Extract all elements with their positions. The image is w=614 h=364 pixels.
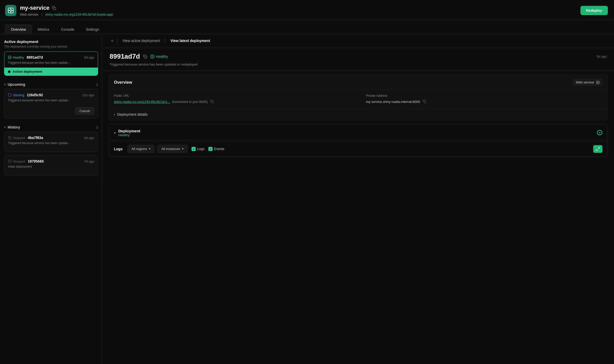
public-url-value[interactable]: shiny-nadia-my-org1234-85c3b7af.k... [114, 100, 170, 104]
upcoming-section: ▾ Upcoming 1 Starting 126d5c92 31s ago T… [4, 79, 98, 119]
deployment-time-ago: 5d ago [597, 55, 607, 58]
history-id-0: 4ba7f83a [28, 136, 43, 140]
history-trigger-1: Initial deployment [8, 165, 94, 168]
svg-point-16 [597, 82, 598, 83]
expand-details-icon: › [114, 112, 115, 116]
overview-body: Public URL shiny-nadia-my-org1234-85c3b7… [109, 90, 608, 109]
deployment-section-title: Deployment [118, 129, 140, 133]
overview-title: Overview [114, 80, 132, 85]
service-icon [5, 5, 16, 16]
active-deploy-id: 8991ad7d [27, 55, 43, 59]
deployment-collapse-icon[interactable]: ▾ [114, 131, 116, 135]
main-layout: Active deployment The deployment current… [0, 34, 614, 364]
history-item-1[interactable]: Stopped 19795665 7d ago Initial deployme… [4, 155, 98, 175]
tab-console[interactable]: Console [55, 25, 80, 34]
history-status-1: Stopped [8, 159, 25, 163]
web-service-badge: Web service [573, 79, 602, 85]
svg-point-8 [8, 93, 11, 97]
active-dot [8, 70, 10, 73]
history-status-0: Stopped [8, 136, 25, 140]
active-deploy-trigger: Triggered because service has been updat… [8, 61, 94, 65]
logs-label: Logs [114, 147, 122, 151]
app-header: my-service Web service | shiny-nadia-my-… [0, 0, 614, 20]
deployment-status-section: ▾ Deployment Healthy Logs [109, 124, 608, 157]
logs-controls: Logs All regions ▾ All instances ▾ [114, 145, 602, 153]
tab-metrics[interactable]: Metrics [32, 25, 55, 34]
service-name: my-service [20, 5, 49, 11]
history-title: History [8, 125, 20, 129]
regions-dropdown[interactable]: All regions ▾ [128, 145, 154, 153]
logs-checkbox-label[interactable]: Logs [192, 147, 204, 151]
regions-chevron: ▾ [149, 147, 151, 151]
history-time-1: 7d ago [84, 159, 94, 163]
nav-divider-2 [165, 38, 165, 43]
svg-rect-6 [54, 7, 56, 10]
service-url-link[interactable]: shiny-nadia-my-org1234-85c3b7af.koyeb.ap… [45, 13, 113, 16]
active-deployment-card[interactable]: Healthy 8991ad7d 5d ago Triggered becaus… [4, 51, 98, 76]
upcoming-deploy-id: 126d5c92 [27, 93, 43, 97]
deployment-details-label: Deployment details [117, 112, 148, 116]
upcoming-deploy-time: 31s ago [82, 93, 94, 97]
private-address-value: my-service.shiny-nadia.internal:8000 [366, 100, 420, 104]
logs-checkbox-group: Logs Events [192, 147, 224, 151]
instances-dropdown[interactable]: All instances ▾ [157, 145, 187, 153]
history-chevron: ▾ [4, 125, 6, 129]
history-header[interactable]: ▾ History 2 [4, 122, 98, 132]
cancel-button[interactable]: Cancel [75, 107, 94, 115]
private-address-label: Private Address [366, 94, 602, 98]
instances-chevron: ▾ [182, 147, 184, 151]
deployment-trigger: Triggered because service has been updat… [110, 62, 607, 66]
sidebar: Active deployment The deployment current… [0, 34, 102, 364]
svg-rect-15 [597, 81, 599, 84]
public-url-col: Public URL shiny-nadia-my-org1234-85c3b7… [114, 94, 351, 104]
public-url-label: Public URL [114, 94, 351, 98]
deployment-id: 8991ad7d [110, 52, 140, 60]
redeploy-button[interactable]: Redeploy [580, 6, 608, 15]
history-section: ▾ History 2 Stopped 4ba7f83a 5d ago [4, 122, 98, 175]
healthy-badge: Healthy [150, 55, 168, 59]
history-item-0[interactable]: Stopped 4ba7f83a 5d ago Triggered becaus… [4, 132, 98, 152]
upcoming-count: 1 [96, 83, 98, 87]
svg-rect-17 [212, 101, 214, 103]
deployment-status-header: ▾ Deployment Healthy [109, 125, 608, 141]
copy-deployment-id-button[interactable] [143, 55, 147, 59]
copy-service-name-button[interactable] [52, 6, 56, 10]
tabs-row: Overview Metrics Console Settings [0, 20, 614, 34]
deployment-section-left: ▾ Deployment Healthy [114, 129, 140, 137]
active-status-badge: Healthy [8, 56, 24, 59]
logs-checkbox-icon [192, 147, 196, 151]
header-left: my-service Web service | shiny-nadia-my-… [5, 5, 113, 16]
view-active-nav[interactable]: View active deployment [118, 35, 164, 47]
logs-section: Logs All regions ▾ All instances ▾ [109, 141, 608, 156]
active-deployment-subtitle: The deployment currently running your se… [4, 45, 98, 48]
active-deploy-time: 5d ago [84, 56, 94, 59]
svg-point-1 [10, 10, 12, 12]
history-count: 2 [96, 125, 98, 129]
active-deployment-bar: Active deployment [4, 68, 98, 76]
svg-rect-13 [145, 56, 147, 58]
view-latest-nav[interactable]: View latest deployment [166, 35, 214, 47]
upcoming-title: Upcoming [8, 82, 25, 87]
history-id-1: 19795665 [28, 159, 44, 163]
service-type: Web service [20, 13, 38, 16]
history-time-0: 5d ago [84, 136, 94, 140]
events-checkbox-label[interactable]: Events [208, 147, 224, 151]
upcoming-header[interactable]: ▾ Upcoming 1 [4, 79, 98, 89]
deployment-section-status: Healthy [118, 133, 140, 137]
copy-private-address-button[interactable] [422, 99, 427, 104]
tab-settings[interactable]: Settings [80, 25, 105, 34]
deployment-details-row[interactable]: › Deployment details [109, 109, 608, 120]
deployment-status-check-icon [597, 130, 602, 136]
upcoming-deploy-trigger: Triggered because service has been updat… [8, 99, 94, 102]
copy-public-url-button[interactable] [210, 99, 214, 104]
deployment-nav: « View active deployment View latest dep… [102, 34, 614, 47]
expand-logs-button[interactable] [593, 145, 602, 153]
upcoming-card: Starting 126d5c92 31s ago Triggered beca… [4, 89, 98, 119]
overview-header: Overview Web service [109, 75, 608, 90]
active-deployment-title: Active deployment [4, 39, 98, 44]
back-button[interactable]: « [109, 34, 116, 47]
nav-divider [117, 38, 117, 43]
overview-section: Overview Web service Public URL shiny-na… [109, 75, 608, 120]
svg-line-10 [9, 137, 10, 138]
tab-overview[interactable]: Overview [5, 25, 32, 34]
